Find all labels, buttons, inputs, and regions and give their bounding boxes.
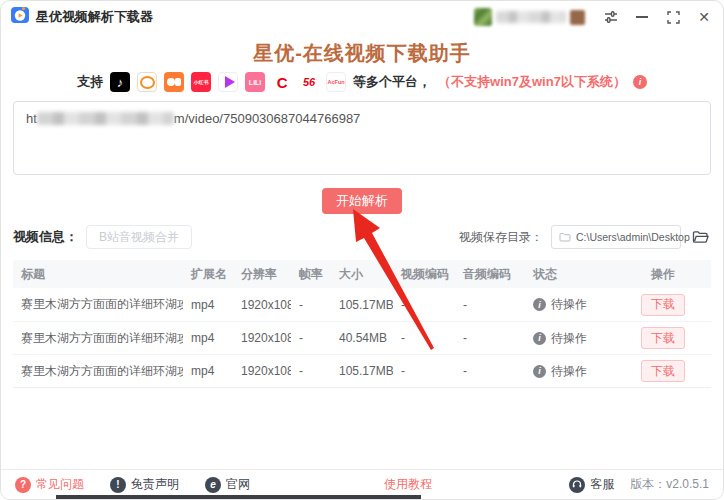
- cell-title: 赛里木湖方方面面的详细环湖攻略从...: [13, 363, 183, 380]
- platform-acfun-icon: AcFun: [326, 72, 346, 92]
- platform-56-icon: 56: [299, 72, 319, 92]
- start-parse-button[interactable]: 开始解析: [322, 188, 402, 214]
- user-account-badge[interactable]: [474, 8, 585, 26]
- website-link[interactable]: 官网: [205, 476, 250, 493]
- status-info-icon: [533, 332, 546, 345]
- disclaimer-link[interactable]: 免责声明: [110, 476, 179, 493]
- table-row: 赛里木湖方方面面的详细环湖攻略从... mp4 1920x1080 - 40.5…: [13, 321, 711, 354]
- censored-username: [496, 11, 566, 23]
- close-icon[interactable]: ✕: [695, 8, 713, 26]
- browse-folder-icon[interactable]: [689, 226, 711, 248]
- cell-status: 待操作: [525, 330, 615, 347]
- censored-url-part: [37, 112, 174, 125]
- url-prefix: ht: [26, 111, 37, 126]
- cell-vcodec: -: [393, 331, 455, 345]
- col-fps: 帧率: [291, 266, 331, 283]
- bilibili-merge-button[interactable]: B站音视频合并: [86, 225, 192, 249]
- customer-service-link[interactable]: 客服: [569, 476, 614, 493]
- app-logo-icon: [11, 6, 29, 28]
- cell-resolution: 1920x1080: [233, 298, 291, 312]
- col-size: 大小: [331, 266, 393, 283]
- table-header-row: 标题 扩展名 分辨率 帧率 大小 视频编码 音频编码 状态 操作: [13, 260, 711, 288]
- col-action: 操作: [615, 266, 711, 283]
- faq-link[interactable]: 常见问题: [15, 476, 84, 493]
- col-resolution: 分辨率: [233, 266, 291, 283]
- platform-xiaohongshu-icon: 小红书: [191, 72, 211, 92]
- cell-vcodec: -: [393, 298, 455, 312]
- taskbar-strip: [56, 495, 421, 499]
- cell-resolution: 1920x1080: [233, 331, 291, 345]
- folder-small-icon: [559, 228, 571, 246]
- col-title: 标题: [13, 266, 183, 283]
- tutorial-link[interactable]: 使用教程: [384, 476, 432, 493]
- cell-fps: -: [291, 364, 331, 378]
- status-info-icon: [533, 365, 546, 378]
- version-text: 版本：v2.0.5.1: [630, 476, 709, 493]
- support-label: 支持: [77, 73, 103, 91]
- info-icon[interactable]: [633, 75, 647, 89]
- settings-sliders-icon[interactable]: [602, 8, 620, 26]
- supported-platforms-row: 支持 ♪小红书LiLiC56AcFun 等多个平台， （不支持win7及win7…: [13, 70, 711, 94]
- platform-c-icon: C: [272, 72, 292, 92]
- download-button[interactable]: 下载: [641, 327, 685, 349]
- cell-fps: -: [291, 331, 331, 345]
- platform-haokan-icon: [218, 72, 238, 92]
- more-platforms-label: 等多个平台，: [353, 73, 431, 91]
- cell-title: 赛里木湖方方面面的详细环湖攻略从...: [13, 296, 183, 313]
- url-input[interactable]: htm/video/7509030687044766987: [13, 101, 711, 175]
- cell-acodec: -: [455, 364, 525, 378]
- headset-icon: [569, 477, 585, 493]
- col-ext: 扩展名: [183, 266, 233, 283]
- app-window: 星优视频解析下载器 ✕ 星优-在线视: [0, 0, 724, 500]
- results-table: 标题 扩展名 分辨率 帧率 大小 视频编码 音频编码 状态 操作 赛里木湖方方面…: [13, 260, 711, 388]
- download-button[interactable]: 下载: [641, 360, 685, 382]
- cell-status: 待操作: [525, 363, 615, 380]
- cell-acodec: -: [455, 298, 525, 312]
- globe-icon: [205, 477, 221, 493]
- censored-badge: [570, 10, 585, 25]
- save-path-input[interactable]: C:\Users\admin\Desktop: [551, 225, 681, 249]
- minimize-icon[interactable]: [633, 8, 651, 26]
- cell-ext: mp4: [183, 298, 233, 312]
- table-row: 赛里木湖方方面面的详细环湖攻略从... mp4 1920x1080 - 105.…: [13, 288, 711, 321]
- col-acodec: 音频编码: [455, 266, 525, 283]
- cell-ext: mp4: [183, 364, 233, 378]
- maximize-icon[interactable]: [664, 8, 682, 26]
- cell-vcodec: -: [393, 364, 455, 378]
- platform-kuaishou-icon: [164, 72, 184, 92]
- cell-title: 赛里木湖方方面面的详细环湖攻略从...: [13, 330, 183, 347]
- col-vcodec: 视频编码: [393, 266, 455, 283]
- url-suffix: m/video/7509030687044766987: [174, 111, 361, 126]
- platform-weibo-icon: [137, 72, 157, 92]
- cell-ext: mp4: [183, 331, 233, 345]
- table-row: 赛里木湖方方面面的详细环湖攻略从... mp4 1920x1080 - 105.…: [13, 354, 711, 387]
- col-status: 状态: [525, 266, 615, 283]
- cell-resolution: 1920x1080: [233, 364, 291, 378]
- download-button[interactable]: 下载: [641, 294, 685, 316]
- cell-size: 105.17MB: [331, 364, 393, 378]
- cell-status: 待操作: [525, 296, 615, 313]
- video-info-label: 视频信息：: [13, 228, 78, 246]
- disclaimer-icon: [110, 477, 126, 493]
- cell-fps: -: [291, 298, 331, 312]
- question-icon: [15, 477, 31, 493]
- cell-acodec: -: [455, 331, 525, 345]
- platform-douyin-icon: ♪: [110, 72, 130, 92]
- titlebar: 星优视频解析下载器 ✕: [1, 1, 723, 33]
- status-info-icon: [533, 298, 546, 311]
- cell-size: 105.17MB: [331, 298, 393, 312]
- page-title: 星优-在线视频下载助手: [13, 40, 711, 67]
- win7-warning: （不支持win7及win7以下系统）: [438, 73, 626, 91]
- save-dir-label: 视频保存目录：: [459, 229, 543, 246]
- save-path-value: C:\Users\admin\Desktop: [576, 231, 690, 243]
- platform-lili-icon: LiLi: [245, 72, 265, 92]
- cell-size: 40.54MB: [331, 331, 393, 345]
- avatar: [474, 8, 492, 26]
- window-title: 星优视频解析下载器: [36, 8, 153, 26]
